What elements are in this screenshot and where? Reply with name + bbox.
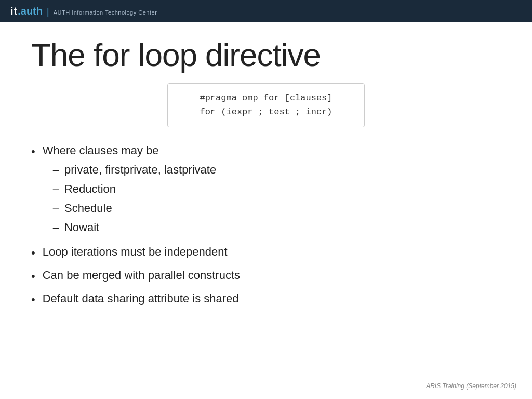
logo-separator: | — [47, 6, 49, 17]
list-item: • Loop iterations must be independent — [31, 243, 501, 261]
header-bar: it.auth | AUTH Information Technology Ce… — [0, 0, 532, 22]
slide-content: The for loop directive #pragma omp for [… — [0, 22, 532, 399]
logo-auth: auth — [21, 5, 43, 17]
list-item: • Can be merged with parallel constructs — [31, 267, 501, 285]
bullet-text: Can be merged with parallel constructs — [43, 267, 240, 284]
slide-title: The for loop directive — [31, 37, 501, 73]
logo-subtitle: AUTH Information Technology Center — [54, 9, 157, 16]
dash-icon: – — [53, 200, 59, 217]
dash-icon: – — [53, 180, 59, 197]
list-item: – Schedule — [53, 200, 216, 217]
sub-list: – private, firstprivate, lastprivate – R… — [53, 161, 216, 236]
logo-it: it — [10, 5, 18, 17]
code-line-1: #pragma omp for [clauses] — [178, 91, 354, 105]
list-item: – Reduction — [53, 180, 216, 197]
sub-item-text: Reduction — [64, 180, 116, 197]
list-item: – private, firstprivate, lastprivate — [53, 161, 216, 178]
footer: ARIS Training (September 2015) — [426, 382, 516, 390]
list-item: • Where clauses may be – private, firstp… — [31, 142, 501, 238]
bullet-text: Loop iterations must be independent — [43, 243, 228, 260]
bullet-text: Default data sharing attribute is shared — [43, 290, 239, 307]
bullet-icon: • — [31, 291, 35, 308]
code-box: #pragma omp for [clauses] for (iexpr ; t… — [167, 83, 365, 127]
dash-icon: – — [53, 219, 59, 236]
sub-item-text: private, firstprivate, lastprivate — [64, 161, 216, 178]
bullet-content: Where clauses may be – private, firstpri… — [43, 142, 216, 238]
sub-item-text: Schedule — [64, 200, 112, 217]
bullet-text: Where clauses may be — [43, 144, 159, 157]
sub-item-text: Nowait — [64, 219, 99, 236]
list-item: • Default data sharing attribute is shar… — [31, 290, 501, 308]
bullet-icon: • — [31, 143, 35, 160]
logo: it.auth | AUTH Information Technology Ce… — [10, 5, 157, 17]
slide: it.auth | AUTH Information Technology Ce… — [0, 0, 532, 399]
list-item: – Nowait — [53, 219, 216, 236]
bullet-list: • Where clauses may be – private, firstp… — [31, 142, 501, 313]
bullet-icon: • — [31, 244, 35, 261]
bullet-icon: • — [31, 268, 35, 285]
dash-icon: – — [53, 161, 59, 178]
code-line-2: for (iexpr ; test ; incr) — [178, 105, 354, 119]
